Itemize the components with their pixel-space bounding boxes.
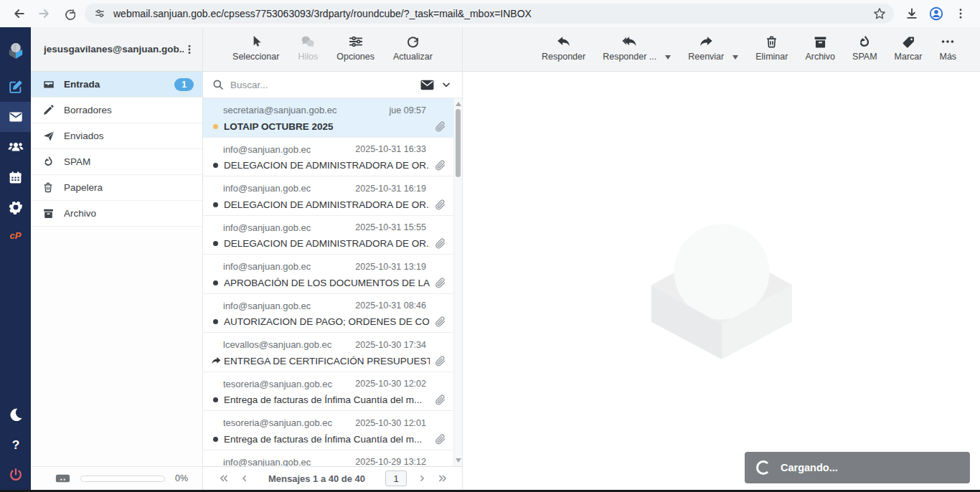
message-row[interactable]: tesoreria@sanjuan.gob.ec2025-10-30 12:02… <box>203 372 453 412</box>
scrollbar-thumb[interactable] <box>456 109 461 177</box>
select-button[interactable]: Seleccionar <box>232 34 279 62</box>
trash-icon <box>42 181 55 194</box>
attachment-icon <box>434 316 446 328</box>
flame-icon <box>857 34 872 49</box>
search-options-chevron-icon[interactable] <box>440 79 452 90</box>
ellipsis-icon <box>940 34 956 49</box>
back-icon[interactable] <box>7 3 32 24</box>
archive-box-icon <box>813 34 828 49</box>
folder-inbox[interactable]: Entrada 1 <box>31 72 202 98</box>
first-page-icon[interactable] <box>213 473 235 483</box>
logout-power-icon[interactable] <box>0 460 31 490</box>
folder-trash[interactable]: Papelera <box>31 175 202 201</box>
quota-percent: 0% <box>175 473 188 483</box>
page-number-input[interactable] <box>385 470 407 486</box>
options-button[interactable]: Opciones <box>336 34 374 62</box>
folder-list: Entrada 1 Borradores Enviados SPAM <box>31 72 202 466</box>
threads-icon <box>300 34 316 49</box>
scroll-down-icon[interactable] <box>456 458 461 463</box>
reload-icon[interactable] <box>56 3 80 24</box>
loading-label: Cargando... <box>781 462 838 473</box>
reply-all-dropdown-caret[interactable] <box>665 55 671 60</box>
search-icon <box>212 78 225 91</box>
prev-page-icon[interactable] <box>235 473 254 483</box>
attachment-icon <box>434 199 446 211</box>
reply-icon <box>556 34 572 49</box>
search-input[interactable] <box>230 80 420 90</box>
reply-all-icon <box>621 34 639 49</box>
message-row[interactable]: lcevallos@sanjuan.gob.ec2025-10-30 17:34… <box>203 333 453 372</box>
status-dot-icon[interactable] <box>213 319 218 324</box>
forward-icon[interactable] <box>32 3 56 24</box>
forward-mail-icon <box>698 34 714 49</box>
help-icon[interactable]: ? <box>0 430 31 460</box>
downloads-icon[interactable] <box>900 3 924 24</box>
compose-icon[interactable] <box>0 72 31 102</box>
message-row[interactable]: info@sanjuan.gob.ec2025-10-31 13:19 APRO… <box>203 255 453 294</box>
account-email: jesusgavilanes@sanjuan.gob.... <box>44 44 184 55</box>
sliders-icon <box>348 34 364 49</box>
message-row[interactable]: secretaria@sanjuan.gob.ecjue 09:57 LOTAI… <box>203 98 453 138</box>
attachment-icon <box>434 394 446 406</box>
message-row[interactable]: tesoreria@sanjuan.gob.ec2025-10-30 12:01… <box>203 411 453 450</box>
attachment-icon <box>434 433 446 445</box>
message-row[interactable]: info@sanjuan.gob.ec2025-10-29 13:12 <box>203 450 453 467</box>
pagination-bar: Mensajes 1 a 40 de 40 <box>203 466 462 490</box>
search-scope-mail-icon[interactable] <box>420 79 435 91</box>
message-row[interactable]: info@sanjuan.gob.ec2025-10-31 15:55 DELE… <box>203 216 453 255</box>
loading-toast: Cargando... <box>745 452 970 483</box>
last-page-icon[interactable] <box>432 473 453 483</box>
delete-button[interactable]: Eliminar <box>755 34 788 62</box>
list-scrollbar[interactable] <box>453 98 462 466</box>
message-row[interactable]: info@sanjuan.gob.ec2025-10-31 08:46 AUTO… <box>203 294 453 333</box>
reply-button[interactable]: Responder <box>542 34 585 62</box>
status-dot-icon[interactable] <box>213 280 218 285</box>
more-button[interactable]: Más <box>939 34 956 62</box>
status-dot-icon[interactable] <box>213 397 218 402</box>
forward-button[interactable]: Reenviar <box>688 34 724 62</box>
account-menu-icon[interactable] <box>184 44 195 55</box>
folder-archive[interactable]: Archivo <box>31 201 202 227</box>
attachment-icon <box>434 277 446 289</box>
pencil-icon <box>42 104 55 117</box>
reply-all-button[interactable]: Responder ... <box>603 34 656 62</box>
url-text[interactable]: webmail.sanjuan.gob.ec/cpsess7753063093/… <box>113 8 872 19</box>
forward-dropdown-caret[interactable] <box>732 55 738 60</box>
scroll-up-icon[interactable] <box>456 102 461 106</box>
profile-icon[interactable] <box>924 3 948 24</box>
message-row[interactable]: info@sanjuan.gob.ec2025-10-31 16:19 DELE… <box>203 176 453 216</box>
folder-drafts[interactable]: Borradores <box>31 98 202 123</box>
unread-dot-icon[interactable] <box>213 124 218 129</box>
address-bar[interactable]: webmail.sanjuan.gob.ec/cpsess7753063093/… <box>85 4 894 24</box>
folder-spam[interactable]: SPAM <box>31 149 202 175</box>
refresh-button[interactable]: Actualizar <box>393 34 433 62</box>
spam-button[interactable]: SPAM <box>852 34 877 62</box>
attachment-icon <box>434 237 446 250</box>
dark-mode-icon[interactable] <box>0 399 31 430</box>
refresh-icon <box>405 34 420 49</box>
account-header: jesusgavilanes@sanjuan.gob.... <box>31 27 202 72</box>
message-list: secretaria@sanjuan.gob.ecjue 09:57 LOTAI… <box>203 98 462 466</box>
roundcube-watermark <box>463 72 980 490</box>
status-dot-icon[interactable] <box>213 163 218 168</box>
message-count-label: Mensajes 1 a 40 de 40 <box>254 473 380 484</box>
status-dot-icon[interactable] <box>213 241 218 246</box>
site-settings-icon[interactable] <box>93 7 106 20</box>
bookmark-star-icon[interactable] <box>872 6 887 21</box>
status-dot-icon[interactable] <box>213 202 218 207</box>
message-row[interactable]: info@sanjuan.gob.ec2025-10-31 16:33 DELE… <box>203 138 453 177</box>
archive-button[interactable]: Archivo <box>805 34 835 62</box>
calendar-icon[interactable] <box>0 162 31 192</box>
cpanel-icon[interactable]: cP <box>0 222 31 248</box>
status-dot-icon[interactable] <box>213 437 218 442</box>
threads-button[interactable]: Hilos <box>298 34 318 62</box>
quota-bar <box>80 476 165 482</box>
contacts-icon[interactable] <box>0 132 31 162</box>
next-page-icon[interactable] <box>413 473 432 483</box>
mark-button[interactable]: Marcar <box>895 34 923 62</box>
mail-icon[interactable] <box>0 102 31 132</box>
browser-menu-icon[interactable] <box>948 3 973 24</box>
settings-icon[interactable] <box>0 192 31 222</box>
paper-plane-icon <box>42 130 55 143</box>
folder-sent[interactable]: Enviados <box>31 123 202 149</box>
